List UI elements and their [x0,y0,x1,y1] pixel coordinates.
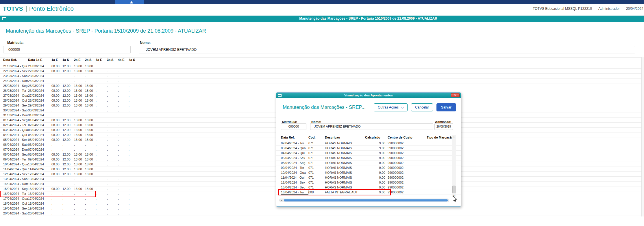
grid-cell[interactable]: 071 [308,180,325,185]
grid-cell[interactable]: . [118,177,129,181]
grid-cell[interactable]: . [96,162,107,167]
table-row[interactable]: 15/04/2024 - Seg071HORAS NORMAIS9.009900… [276,185,461,190]
grid-cell[interactable]: . [107,93,118,98]
grid-cell[interactable]: 13.00 [74,83,85,88]
grid-cell[interactable]: . [107,79,118,83]
grid-cell[interactable]: . [51,79,62,83]
grid-cell[interactable]: 08/04/2024 - Seg [3,152,28,157]
grid-cell[interactable]: 16/04/2024 [28,191,51,196]
column-header[interactable]: Centro de Custo [388,135,427,140]
grid-cell[interactable]: . [107,201,118,206]
grid-cell[interactable]: . [129,118,140,122]
grid-cell[interactable]: . [107,132,118,137]
grid-cell[interactable]: HORAS NORMAIS [325,175,365,180]
grid-cell[interactable]: . [62,182,74,186]
grid-cell[interactable]: 13.00 [74,172,85,176]
grid-cell[interactable]: 12/04/2024 - Sex [3,172,28,176]
grid-cell[interactable]: . [118,137,129,142]
grid-cell[interactable]: 12.00 [62,93,74,98]
table-row[interactable]: 23/03/2024 - Sab23/03/2024........ [0,74,644,79]
grid-cell[interactable]: . [129,74,140,78]
grid-cell[interactable]: 17/04/2024 - Qua [3,196,28,201]
grid-cell[interactable]: . [107,167,118,171]
grid-cell[interactable]: . [118,167,129,171]
grid-cell[interactable]: 9.00 [365,156,388,160]
grid-cell[interactable]: 990000002 [388,170,427,175]
grid-cell[interactable]: . [129,206,140,211]
grid-cell[interactable]: 08.00 [51,157,62,162]
grid-cell[interactable]: 29/03/2024 - Sex [3,103,28,108]
grid-cell[interactable]: 02/04/2024 [28,123,51,127]
grid-cell[interactable]: 12.00 [62,88,74,93]
grid-cell[interactable]: . [118,108,129,113]
grid-cell[interactable]: 24/03/2024 - Dom [3,79,28,83]
grid-cell[interactable]: . [85,182,96,186]
grid-cell[interactable]: . [129,88,140,93]
grid-cell[interactable]: . [96,211,107,216]
grid-cell[interactable]: 03/04/2024 - Qua [281,146,308,150]
grid-cell[interactable]: 18.00 [85,162,96,167]
grid-cell[interactable]: . [51,206,62,211]
grid-cell[interactable]: 21/03/2024 [28,64,51,68]
grid-cell[interactable]: . [129,172,140,176]
grid-cell[interactable]: . [118,157,129,162]
grid-cell[interactable]: . [107,191,118,196]
grid-cell[interactable]: . [129,113,140,117]
grid-cell[interactable]: . [118,196,129,201]
grid-cell[interactable]: 9.00 [365,175,388,180]
grid-cell[interactable]: 08.00 [51,88,62,93]
grid-cell[interactable]: . [96,167,107,171]
grid-cell[interactable]: 15/04/2024 - Seg [281,185,308,190]
grid-cell[interactable]: . [129,201,140,206]
grid-cell[interactable]: 08.00 [51,167,62,171]
grid-cell[interactable]: 27/03/2024 - Qua [3,93,28,98]
grid-cell[interactable]: . [96,172,107,176]
grid-cell[interactable]: . [118,103,129,108]
grid-cell[interactable]: . [118,69,129,73]
grid-cell[interactable]: 04/04/2024 - Qui [3,132,28,137]
table-row[interactable]: 11/04/2024 - Qui071HORAS NORMAIS9.009900… [276,175,461,180]
grid-cell[interactable]: 06/04/2024 - Sab [3,142,28,147]
grid-cell[interactable]: 990000002 [388,146,427,150]
grid-cell[interactable]: 02/04/2024 - Ter [281,141,308,145]
table-row[interactable]: 08/04/2024 - Seg071HORAS NORMAIS9.009900… [276,160,461,165]
grid-cell[interactable]: 04/04/2024 [28,132,51,137]
grid-cell[interactable]: 990000002 [388,175,427,180]
grid-cell[interactable]: . [74,182,85,186]
grid-cell[interactable]: . [129,191,140,196]
grid-cell[interactable]: 29/03/2024 [28,103,51,108]
grid-cell[interactable]: . [118,88,129,93]
grid-cell[interactable]: . [96,142,107,147]
grid-cell[interactable]: . [62,147,74,152]
grid-cell[interactable]: . [74,206,85,211]
grid-cell[interactable]: . [118,142,129,147]
grid-cell[interactable]: . [96,177,107,181]
grid-cell[interactable]: . [118,64,129,68]
grid-cell[interactable]: 9.00 [365,180,388,185]
grid-cell[interactable]: 08/04/2024 [28,152,51,157]
grid-cell[interactable]: . [96,88,107,93]
grid-cell[interactable]: 071 [308,156,325,160]
grid-cell[interactable]: 13.00 [74,132,85,137]
grid-cell[interactable]: 08.00 [51,162,62,167]
outras-acoes-button[interactable]: Outras Ações [374,103,408,111]
grid-cell[interactable]: . [85,196,96,201]
grid-cell[interactable]: . [51,201,62,206]
grid-cell[interactable]: 08.00 [51,128,62,132]
table-row[interactable]: 24/03/2024 - Dom24/03/2024........ [0,79,644,83]
column-header[interactable]: 1a E [51,57,62,62]
grid-cell[interactable]: . [51,142,62,147]
grid-cell[interactable]: 14/04/2024 [28,182,51,186]
grid-cell[interactable]: 03/04/2024 - Qua [3,128,28,132]
scroll-up-icon[interactable]: ▲ [452,135,456,138]
grid-cell[interactable]: 19/04/2024 - Sex [3,206,28,211]
grid-cell[interactable]: FALTA INTEGRAL AUT [325,190,365,195]
grid-cell[interactable]: 09/04/2024 [28,157,51,162]
grid-cell[interactable]: 08.00 [51,132,62,137]
grid-cell[interactable]: . [107,196,118,201]
grid-cell[interactable]: 071 [308,165,325,170]
grid-cell[interactable]: . [118,211,129,216]
grid-cell[interactable]: 31/03/2024 - Dom [3,113,28,117]
grid-cell[interactable]: . [74,108,85,113]
grid-cell[interactable]: . [118,172,129,176]
